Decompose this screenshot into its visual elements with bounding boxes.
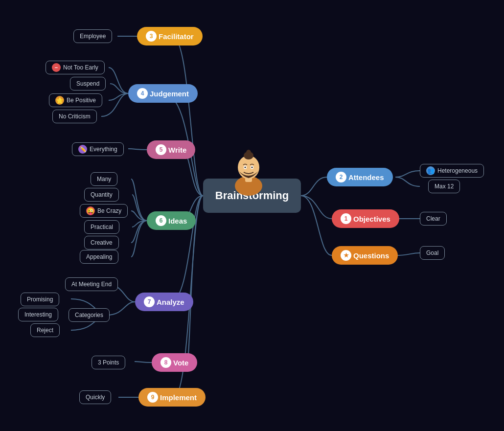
practical-leaf[interactable]: Practical	[84, 220, 119, 234]
objectives-label: Objectives	[353, 215, 390, 223]
attendees-node[interactable]: 2 Attendees	[327, 168, 393, 186]
implement-num: 9	[147, 392, 158, 403]
questions-node[interactable]: ★ Questions	[332, 246, 398, 265]
objectives-num: 1	[341, 213, 351, 224]
appealing-leaf[interactable]: Appealing	[80, 250, 118, 264]
suspend-leaf[interactable]: Suspend	[70, 77, 106, 91]
heterogeneous-leaf[interactable]: 👥 Heterogeneous	[420, 164, 484, 178]
vote-num: 8	[160, 357, 171, 368]
objectives-node[interactable]: 1 Objectives	[332, 209, 399, 228]
interesting-leaf[interactable]: Interesting	[18, 308, 58, 321]
write-num: 5	[156, 144, 166, 155]
svg-point-8	[252, 167, 253, 168]
emoji-crazy-icon: 😜	[86, 206, 95, 215]
vote-label: Vote	[173, 359, 188, 367]
attendees-num: 2	[336, 172, 346, 182]
pencil-icon: ✏️	[78, 145, 87, 154]
ideas-label: Ideas	[168, 217, 187, 225]
creative-leaf[interactable]: Creative	[84, 236, 119, 250]
many-leaf[interactable]: Many	[91, 172, 117, 186]
clear-leaf[interactable]: Clear	[420, 212, 447, 226]
goal-leaf[interactable]: Goal	[420, 246, 445, 260]
be-crazy-leaf[interactable]: 😜 Be Crazy	[80, 204, 128, 218]
vote-node[interactable]: 8 Vote	[152, 353, 197, 372]
avatar	[229, 142, 268, 196]
svg-point-4	[246, 150, 251, 156]
implement-label: Implement	[160, 393, 197, 402]
promising-leaf[interactable]: Promising	[21, 293, 59, 306]
questions-num: ★	[341, 250, 351, 261]
not-too-early-leaf[interactable]: − Not Too Early	[46, 61, 105, 74]
facilitator-label: Facilitator	[159, 32, 194, 41]
judgement-node[interactable]: 4 Judgement	[128, 84, 198, 103]
ideas-num: 6	[156, 215, 166, 226]
three-points-leaf[interactable]: 3 Points	[92, 356, 125, 369]
quickly-leaf[interactable]: Quickly	[79, 390, 111, 404]
emoji-positive-icon: 🌟	[55, 96, 64, 105]
group-icon: 👥	[426, 166, 435, 175]
analyze-node[interactable]: 7 Analyze	[135, 293, 193, 311]
write-node[interactable]: 5 Write	[147, 140, 195, 159]
minus-icon: −	[52, 63, 61, 72]
facilitator-node[interactable]: 3 Facilitator	[137, 27, 203, 45]
categories-leaf[interactable]: Categories	[69, 308, 110, 322]
questions-label: Questions	[353, 251, 389, 260]
judgement-label: Judgement	[150, 90, 189, 98]
svg-point-7	[245, 167, 246, 168]
quantity-leaf[interactable]: Quantity	[84, 188, 119, 202]
analyze-num: 7	[144, 296, 155, 307]
employee-leaf[interactable]: Employee	[73, 29, 112, 43]
at-meeting-end-leaf[interactable]: At Meeting End	[65, 277, 118, 291]
no-criticism-leaf[interactable]: No Criticism	[52, 110, 97, 123]
be-positive-leaf[interactable]: 🌟 Be Positive	[49, 93, 102, 107]
everything-leaf[interactable]: ✏️ Everything	[72, 142, 124, 156]
implement-node[interactable]: 9 Implement	[138, 388, 206, 407]
reject-leaf[interactable]: Reject	[30, 323, 60, 337]
max12-leaf[interactable]: Max 12	[428, 180, 460, 193]
write-label: Write	[168, 146, 186, 154]
facilitator-num: 3	[146, 31, 157, 42]
ideas-node[interactable]: 6 Ideas	[147, 211, 196, 230]
judgement-num: 4	[137, 88, 148, 99]
analyze-label: Analyze	[157, 298, 184, 306]
attendees-label: Attendees	[348, 173, 384, 181]
